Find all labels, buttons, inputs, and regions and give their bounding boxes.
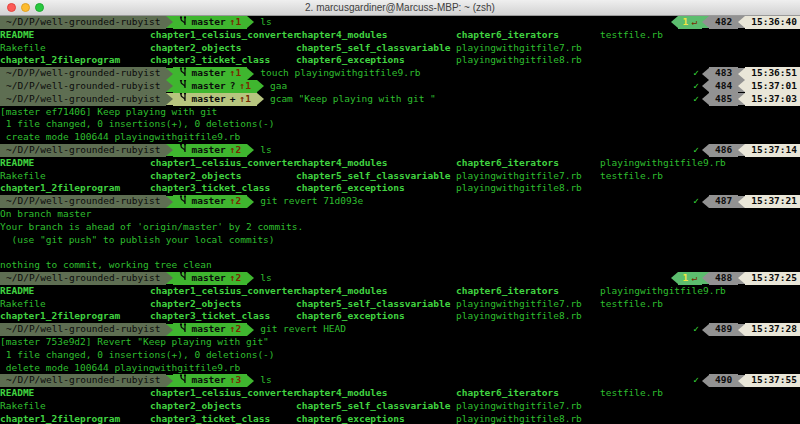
directory-entry: chapter6_iterators	[456, 285, 600, 298]
file-entry: playingwithgitfile7.rb	[456, 298, 600, 311]
powerline-separator-icon	[166, 80, 173, 92]
directory-entry: chapter5_self_classvariable	[296, 42, 456, 55]
git-ahead-count: ↑2	[230, 195, 241, 208]
directory-entry: chapter4_modules	[296, 285, 456, 298]
file-entry: playingwithgitfile7.rb	[456, 170, 600, 183]
file-entry: testfile.rb	[600, 29, 663, 42]
output-line: create mode 100644 playingwithgitfile9.r…	[0, 131, 800, 144]
command-text: git revert HEAD	[260, 323, 346, 336]
file-entry: playingwithgitfile7.rb	[456, 400, 600, 413]
directory-entry: chapter1_celsius_converter	[150, 285, 296, 298]
prompt-path: ~/D/P/well-grounded-rubyist	[6, 374, 160, 387]
git-ahead-count: ↑2	[230, 144, 241, 157]
git-branch-name: master	[191, 144, 225, 157]
directory-entry: chapter4_modules	[296, 387, 456, 400]
terminal-body[interactable]: ~/D/P/well-grounded-rubyistmaster↑1ls1↵4…	[0, 16, 800, 424]
directory-entry: chapter2_objects	[150, 400, 296, 413]
exit-code: 1	[683, 272, 689, 285]
right-prompt: ✓48715:37:21	[693, 195, 800, 208]
command-text: ls	[260, 144, 271, 157]
output-line: [master ef71406] Keep playing with git	[0, 106, 800, 119]
directory-entry: chapter1_celsius_converter	[150, 29, 296, 42]
terminal-line: ~/D/P/well-grounded-rubyistmaster↑2ls1↵4…	[0, 272, 800, 285]
output-line: Your branch is ahead of 'origin/master' …	[0, 221, 800, 234]
git-branch-name: master	[191, 323, 225, 336]
prompt-path-segment: ~/D/P/well-grounded-rubyist	[0, 80, 166, 93]
prompt-git-segment: master↑1	[173, 16, 247, 29]
git-branch-name: master	[191, 80, 225, 93]
directory-entry: chapter6_exceptions	[296, 182, 456, 195]
success-check-icon: ✓	[693, 144, 699, 157]
command-text: git revert 71d093e	[260, 195, 363, 208]
directory-entry: README	[0, 29, 150, 42]
git-branch-icon	[179, 80, 187, 93]
timestamp: 15:37:55	[745, 374, 800, 387]
directory-entry: chapter6_exceptions	[296, 413, 456, 424]
powerline-separator-icon	[166, 144, 173, 156]
git-branch-icon	[179, 144, 187, 157]
file-entry: playingwithgitfile8.rb	[456, 54, 600, 67]
output-text: 1 file changed, 0 insertions(+), 0 delet…	[0, 118, 275, 131]
output-line: On branch master	[0, 208, 800, 221]
file-entry: playingwithgitfile8.rb	[456, 182, 600, 195]
output-text: [master ef71406] Keep playing with git	[0, 106, 217, 119]
output-line: nothing to commit, working tree clean	[0, 259, 800, 272]
zoom-button[interactable]	[35, 3, 44, 12]
output-text: (use "git push" to publish your local co…	[0, 234, 275, 247]
powerline-separator-icon	[257, 93, 264, 105]
history-number: 490	[709, 374, 738, 387]
blank-line	[0, 246, 800, 259]
prompt-path: ~/D/P/well-grounded-rubyist	[6, 323, 160, 336]
powerline-separator-icon	[257, 80, 264, 92]
directory-entry: chapter6_iterators	[456, 29, 600, 42]
prompt-path: ~/D/P/well-grounded-rubyist	[6, 93, 160, 106]
output-text: create mode 100644 playingwithgitfile9.r…	[0, 131, 240, 144]
file-listing-row: READMEchapter1_celsius_converterchapter4…	[0, 157, 800, 170]
powerline-separator-icon	[166, 196, 173, 208]
git-ahead-count: ↑1	[240, 93, 251, 106]
directory-entry: chapter6_iterators	[456, 387, 600, 400]
success-check-icon: ✓	[693, 67, 699, 80]
prompt-path-segment: ~/D/P/well-grounded-rubyist	[0, 323, 166, 336]
powerline-separator-icon	[702, 272, 709, 284]
powerline-separator-icon	[671, 16, 678, 28]
file-listing-row: Rakefilechapter2_objectschapter5_self_cl…	[0, 298, 800, 311]
file-entry: Rakefile	[0, 42, 150, 55]
git-branch-name: master	[191, 374, 225, 387]
output-text: [master 753e9d2] Revert "Keep playing wi…	[0, 336, 269, 349]
close-button[interactable]	[7, 3, 16, 12]
command-text: ls	[260, 374, 271, 387]
git-branch-icon	[179, 323, 187, 336]
powerline-separator-icon	[166, 375, 173, 387]
git-ahead-count: ↑3	[230, 374, 241, 387]
directory-entry: chapter3_ticket_class	[150, 413, 296, 424]
prompt-git-segment: master+↑1	[173, 93, 257, 106]
git-branch-icon	[179, 93, 187, 106]
file-entry: testfile.rb	[600, 387, 663, 400]
minimize-button[interactable]	[21, 3, 30, 12]
file-entry: Rakefile	[0, 170, 150, 183]
terminal-line: ~/D/P/well-grounded-rubyistmaster?↑1gaa✓…	[0, 80, 800, 93]
powerline-separator-icon	[166, 324, 173, 336]
directory-entry: chapter6_exceptions	[296, 310, 456, 323]
right-prompt: ✓48515:37:03	[693, 93, 800, 106]
git-ahead-count: ↑2	[230, 323, 241, 336]
prompt-path-segment: ~/D/P/well-grounded-rubyist	[0, 272, 166, 285]
file-listing-row: READMEchapter1_celsius_converterchapter4…	[0, 285, 800, 298]
powerline-separator-icon	[247, 68, 254, 80]
powerline-separator-icon	[166, 93, 173, 105]
prompt-git-segment: master↑1	[173, 67, 247, 80]
prompt-path-segment: ~/D/P/well-grounded-rubyist	[0, 93, 166, 106]
prompt-git-segment: master↑2	[173, 272, 247, 285]
git-status-flags: +	[230, 93, 236, 106]
directory-entry: README	[0, 285, 150, 298]
timestamp: 15:36:51	[745, 67, 800, 80]
exit-code: 1	[683, 16, 689, 29]
directory-entry: chapter5_self_classvariable	[296, 298, 456, 311]
git-branch-name: master	[191, 195, 225, 208]
right-prompt: ✓48915:37:28	[693, 323, 800, 336]
right-prompt: ✓48415:37:01	[693, 80, 800, 93]
file-listing-row: chapter1_2fileprogramchapter3_ticket_cla…	[0, 310, 800, 323]
git-branch-icon	[179, 67, 187, 80]
file-listing-row: READMEchapter1_celsius_converterchapter4…	[0, 387, 800, 400]
